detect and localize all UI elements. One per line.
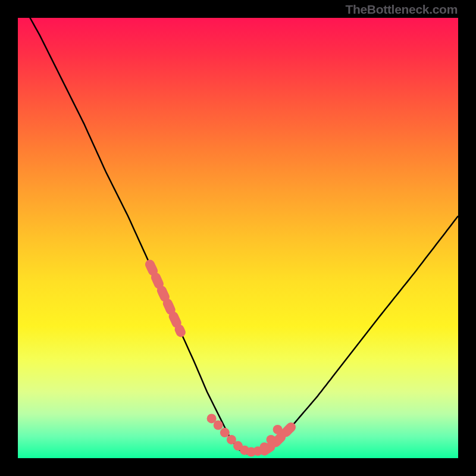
dip-dot (220, 428, 230, 437)
plot-area (18, 18, 458, 458)
dip-dot (214, 421, 223, 430)
dip-dot (273, 425, 283, 434)
dip-dot (259, 443, 269, 452)
chart-frame: TheBottleneck.com (0, 0, 476, 476)
watermark-text: TheBottleneck.com (345, 2, 458, 17)
bottleneck-curve (18, 18, 458, 454)
dip-dot (267, 435, 276, 444)
highlight-left (150, 264, 181, 332)
chart-svg (18, 18, 458, 458)
